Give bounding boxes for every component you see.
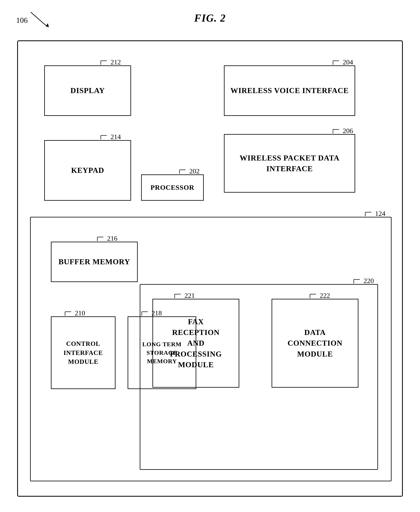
display-box: DISPLAY bbox=[44, 65, 131, 116]
ref-222-label: 222 bbox=[302, 292, 330, 299]
ref-221-label: 221 bbox=[167, 292, 195, 299]
control-interface-box: CONTROL INTERFACE MODULE bbox=[51, 316, 115, 389]
ref-220-label: 220 bbox=[346, 277, 374, 285]
fax-reception-box: FAX RECEPTION AND PROCESSING MODULE bbox=[152, 299, 239, 388]
processor-box: PROCESSOR bbox=[141, 174, 204, 201]
keypad-box: KEYPAD bbox=[44, 140, 131, 201]
inner-right-group-box: 221 FAX RECEPTION AND PROCESSING MODULE … bbox=[140, 284, 378, 470]
ref-204-label: 204 bbox=[325, 58, 353, 66]
ref-214-label: 214 bbox=[93, 133, 121, 141]
svg-line-0 bbox=[31, 12, 47, 26]
outer-boundary-box: 212 DISPLAY 204 WIRELESS VOICE INTERFACE… bbox=[17, 40, 403, 497]
page: 106 FIG. 2 212 DISPLAY 204 bbox=[0, 0, 420, 512]
buffer-memory-box: BUFFER MEMORY bbox=[51, 242, 138, 282]
wireless-packet-box: WIRELESS PACKET DATA INTERFACE bbox=[224, 134, 355, 193]
svg-marker-1 bbox=[46, 23, 49, 27]
wireless-voice-box: WIRELESS VOICE INTERFACE bbox=[224, 65, 355, 116]
ref-202-label: 202 bbox=[172, 167, 200, 175]
ref-212-label: 212 bbox=[93, 58, 121, 66]
data-connection-box: DATA CONNECTION MODULE bbox=[272, 299, 358, 388]
ref-106-arrow bbox=[29, 11, 49, 29]
figure-label: FIG. 2 bbox=[194, 12, 226, 24]
ref-124-label: 124 bbox=[357, 210, 385, 217]
ref-216-label: 216 bbox=[89, 235, 118, 242]
ref-206-label: 206 bbox=[325, 127, 353, 135]
ref-210-label: 210 bbox=[57, 309, 85, 317]
ref-106-label: 106 bbox=[16, 16, 28, 25]
inner-group-box: 216 BUFFER MEMORY 210 CONTROL INTERFACE … bbox=[30, 217, 391, 481]
